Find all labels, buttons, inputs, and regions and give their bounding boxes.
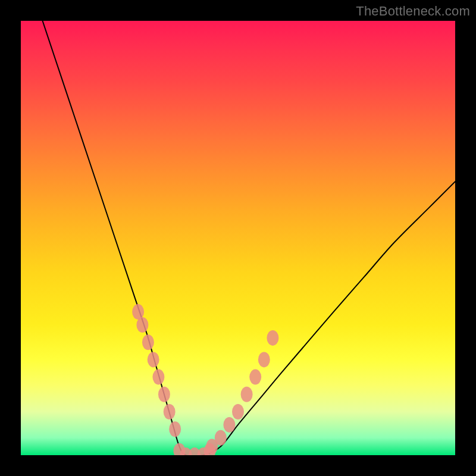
curve-marker — [158, 387, 170, 402]
curve-marker — [249, 369, 261, 385]
curve-marker — [258, 352, 270, 367]
curve-marker — [215, 430, 227, 446]
watermark-text: TheBottleneck.com — [356, 4, 470, 19]
curve-marker — [267, 330, 278, 346]
curve-marker — [169, 421, 181, 437]
curve-marker — [232, 404, 244, 419]
curve-marker — [164, 404, 176, 419]
curve-marker — [136, 317, 148, 333]
curve-layer — [21, 21, 455, 455]
curve-marker — [142, 334, 154, 350]
curve-marker — [241, 387, 253, 402]
chart-frame: TheBottleneck.com — [0, 0, 476, 476]
plot-area — [21, 21, 455, 455]
curve-marker — [148, 352, 159, 367]
curve-marker — [152, 369, 164, 385]
marker-group — [132, 304, 278, 455]
curve-marker — [223, 417, 235, 433]
